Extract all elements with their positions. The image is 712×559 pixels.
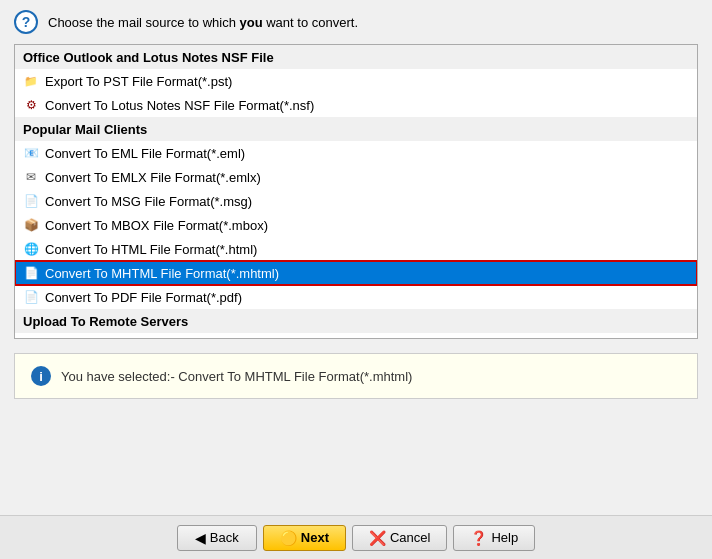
help-button[interactable]: ❓ Help: [453, 525, 535, 551]
list-item[interactable]: 🌐Convert To HTML File Format(*.html): [15, 237, 697, 261]
icon-emlx: ✉: [23, 169, 39, 185]
header-text: Choose the mail source to which you want…: [48, 15, 358, 30]
list-item-label: Convert To Lotus Notes NSF File Format(*…: [45, 98, 314, 113]
list-item[interactable]: 📧Convert To EML File Format(*.eml): [15, 141, 697, 165]
list-item-label: Convert To EMLX File Format(*.emlx): [45, 170, 261, 185]
info-circle-icon: ?: [14, 10, 38, 34]
list-item[interactable]: MExport To Gmail Account: [15, 333, 697, 339]
header-section: ? Choose the mail source to which you wa…: [0, 0, 712, 44]
list-item[interactable]: 📄Convert To MHTML File Format(*.mhtml): [15, 261, 697, 285]
icon-msg: 📄: [23, 193, 39, 209]
list-item: Upload To Remote Servers: [15, 309, 697, 333]
info-icon: i: [31, 366, 51, 386]
help-icon: ❓: [470, 530, 487, 546]
list-item-label: Export To Gmail Account: [45, 338, 187, 340]
list-item-label: Convert To MBOX File Format(*.mbox): [45, 218, 268, 233]
icon-mbox: 📦: [23, 217, 39, 233]
next-button[interactable]: 🟡 Next: [263, 525, 346, 551]
icon-nsf: ⚙: [23, 97, 39, 113]
cancel-label: Cancel: [390, 530, 430, 545]
icon-html: 🌐: [23, 241, 39, 257]
list-item-label: Convert To EML File Format(*.eml): [45, 146, 245, 161]
list-item: Office Outlook and Lotus Notes NSF File: [15, 45, 697, 69]
main-area: Office Outlook and Lotus Notes NSF File📁…: [0, 44, 712, 399]
icon-gmail: M: [23, 337, 39, 339]
list-item-label: Convert To HTML File Format(*.html): [45, 242, 257, 257]
icon-pst: 📁: [23, 73, 39, 89]
svg-text:?: ?: [22, 14, 31, 30]
next-label: Next: [301, 530, 329, 545]
list-item[interactable]: ✉Convert To EMLX File Format(*.emlx): [15, 165, 697, 189]
footer-bar: ◀ Back 🟡 Next ❌ Cancel ❓ Help: [0, 515, 712, 559]
list-item[interactable]: 📄Convert To MSG File Format(*.msg): [15, 189, 697, 213]
help-label: Help: [491, 530, 518, 545]
list-item-label: Export To PST File Format(*.pst): [45, 74, 232, 89]
list-item[interactable]: ⚙Convert To Lotus Notes NSF File Format(…: [15, 93, 697, 117]
next-icon: 🟡: [280, 530, 297, 546]
list-item-label: Convert To MHTML File Format(*.mhtml): [45, 266, 279, 281]
list-item[interactable]: 📁Export To PST File Format(*.pst): [15, 69, 697, 93]
selection-info-box: i You have selected:- Convert To MHTML F…: [14, 353, 698, 399]
list-item[interactable]: 📦Convert To MBOX File Format(*.mbox): [15, 213, 697, 237]
icon-mhtml: 📄: [23, 265, 39, 281]
list-item-label: Convert To PDF File Format(*.pdf): [45, 290, 242, 305]
mail-source-list[interactable]: Office Outlook and Lotus Notes NSF File📁…: [14, 44, 698, 339]
cancel-icon: ❌: [369, 530, 386, 546]
back-button[interactable]: ◀ Back: [177, 525, 257, 551]
back-icon: ◀: [195, 530, 206, 546]
list-item[interactable]: 📄Convert To PDF File Format(*.pdf): [15, 285, 697, 309]
icon-eml: 📧: [23, 145, 39, 161]
icon-pdf: 📄: [23, 289, 39, 305]
back-label: Back: [210, 530, 239, 545]
selected-info-text: You have selected:- Convert To MHTML Fil…: [61, 369, 412, 384]
list-item-label: Convert To MSG File Format(*.msg): [45, 194, 252, 209]
cancel-button[interactable]: ❌ Cancel: [352, 525, 447, 551]
list-item: Popular Mail Clients: [15, 117, 697, 141]
